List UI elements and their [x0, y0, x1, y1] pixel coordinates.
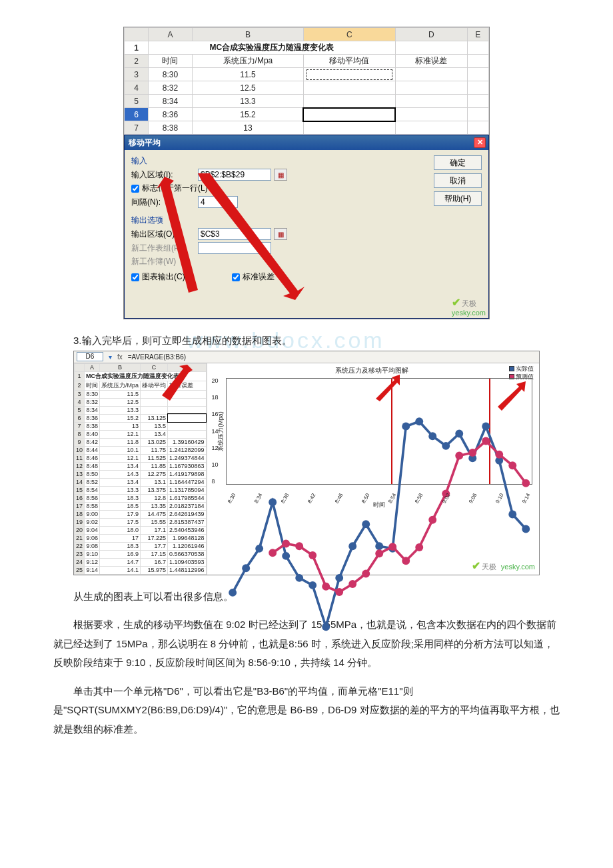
svg-point-37 — [402, 557, 410, 565]
row-hdr[interactable]: 7 — [125, 121, 149, 135]
svg-point-38 — [415, 543, 423, 551]
cell[interactable]: 8:30 — [149, 68, 193, 81]
svg-point-19 — [428, 432, 436, 440]
svg-point-44 — [495, 450, 503, 458]
cell[interactable]: 11.5 — [192, 68, 303, 81]
paragraph: 3.输入完毕后，则可立即生成相应的数据和图表。 — [53, 331, 560, 351]
row-hdr[interactable]: 4 — [125, 81, 149, 95]
output-range-label: 输出区域(O): — [131, 229, 198, 240]
svg-point-14 — [362, 520, 370, 528]
cell[interactable]: 15.2 — [192, 108, 303, 121]
svg-point-6 — [255, 544, 263, 552]
interval-label: 间隔(N): — [131, 197, 198, 208]
stderr-checkbox[interactable] — [232, 273, 240, 281]
cell[interactable]: 12.5 — [192, 81, 303, 95]
svg-point-32 — [335, 588, 343, 596]
new-workbook-label: 新工作簿(W) — [131, 256, 176, 267]
input-range-field[interactable] — [198, 169, 271, 181]
col-A[interactable]: A — [149, 28, 193, 41]
svg-point-8 — [282, 551, 290, 559]
name-box[interactable]: D6 — [77, 352, 103, 361]
input-section-label: 输入 — [131, 155, 482, 167]
svg-point-5 — [242, 564, 250, 572]
output-section-label: 输出选项 — [131, 215, 482, 226]
spreadsheet-2: ABCD1MC合成实验温度压力随温度变化表2时间系统压力/Mpa移动平均标准误差… — [74, 363, 207, 575]
stderr-label: 标准误差 — [243, 271, 275, 283]
chart-output-checkbox[interactable] — [131, 273, 139, 281]
paragraph: 单击其中一个单元格"D6"，可以看出它是"B3-B6"的平均值，而单元格"E11… — [53, 682, 560, 739]
ref-picker-icon[interactable]: ▦ — [274, 169, 287, 181]
col-C[interactable]: C — [303, 28, 395, 41]
svg-point-29 — [295, 542, 303, 550]
svg-point-12 — [335, 573, 343, 581]
row-hdr[interactable]: 1 — [125, 41, 149, 55]
new-sheet-label: 新工作表组(P): — [131, 243, 198, 254]
svg-point-26 — [522, 525, 530, 533]
svg-point-30 — [308, 551, 316, 559]
svg-point-18 — [415, 417, 423, 425]
cell[interactable]: 8:32 — [149, 81, 193, 95]
output-range-field[interactable] — [198, 228, 271, 240]
figure-2: D6 ▾ fx =AVERAGE(B3:B6) ABCD1MC合成实验温度压力随… — [73, 351, 540, 575]
svg-point-21 — [455, 429, 463, 437]
corner-cell[interactable] — [125, 28, 149, 41]
hdr-pressure: 系统压力/Mpa — [192, 55, 303, 68]
fx-icon[interactable]: fx — [117, 353, 123, 361]
chart-title: 系统压力及移动平均图解 — [210, 366, 534, 375]
cell[interactable]: 13.3 — [192, 95, 303, 108]
svg-point-34 — [362, 569, 370, 577]
selected-cell[interactable] — [303, 108, 395, 121]
col-D[interactable]: D — [395, 28, 467, 41]
svg-point-28 — [282, 539, 290, 547]
svg-point-45 — [508, 461, 516, 469]
figure-1: A B C D E 1 MC合成实验温度压力随温度变化表 2 时间 系统压力/M… — [123, 27, 490, 319]
row-hdr[interactable]: 2 — [125, 55, 149, 68]
close-icon[interactable]: ✕ — [474, 137, 486, 148]
interval-field[interactable] — [198, 196, 238, 208]
formula-bar[interactable]: =AVERAGE(B3:B6) — [128, 353, 186, 361]
svg-point-13 — [348, 542, 356, 550]
cell[interactable]: 8:38 — [149, 121, 193, 135]
cancel-button[interactable]: 取消 — [434, 173, 482, 188]
help-button[interactable]: 帮助(H) — [434, 191, 482, 206]
sheet-title: MC合成实验温度压力随温度变化表 — [149, 41, 396, 55]
ok-button[interactable]: 确定 — [434, 155, 482, 170]
cell[interactable]: 13 — [192, 121, 303, 135]
svg-point-39 — [428, 515, 436, 523]
row-hdr[interactable]: 3 — [125, 68, 149, 81]
yesky-logo: ✔天极 yesky.com — [452, 296, 486, 317]
hdr-stderr: 标准误差 — [395, 55, 467, 68]
svg-point-9 — [295, 573, 303, 581]
svg-point-33 — [348, 580, 356, 588]
first-row-label: 标志位于第一行(L) — [142, 183, 208, 194]
dialog-title: 移动平均 — [129, 137, 161, 149]
hdr-ma: 移动平均值 — [303, 55, 395, 68]
svg-point-41 — [455, 451, 463, 459]
svg-point-25 — [508, 510, 516, 518]
chart: 实际值 预测值 系统压力及移动平均图解 系统压力(Mpa) 时间 8101214… — [207, 363, 539, 575]
new-sheet-field — [198, 242, 271, 254]
svg-point-23 — [482, 422, 490, 430]
svg-point-31 — [322, 582, 330, 590]
row-hdr[interactable]: 6 — [125, 108, 149, 121]
svg-point-11 — [322, 623, 330, 631]
cell[interactable]: 8:36 — [149, 108, 193, 121]
row-hdr[interactable]: 5 — [125, 95, 149, 108]
col-E[interactable]: E — [467, 28, 488, 41]
yesky-logo: ✔天极 yesky.com — [472, 559, 535, 572]
cell[interactable]: 8:34 — [149, 95, 193, 108]
svg-point-36 — [388, 543, 396, 551]
moving-average-dialog: 移动平均 ✕ 确定 取消 帮助(H) 输入 输入区域(I): ▦ 标志位于第一行… — [124, 135, 489, 319]
hdr-time: 时间 — [149, 55, 193, 68]
svg-point-42 — [468, 448, 476, 456]
chart-plot: 系统压力(Mpa) 时间 81012141618208:308:348:388:… — [226, 378, 532, 485]
svg-point-10 — [308, 581, 316, 589]
first-row-checkbox[interactable] — [131, 185, 139, 193]
ref-picker-icon[interactable]: ▦ — [274, 228, 287, 240]
svg-point-43 — [482, 437, 490, 445]
spreadsheet-1: A B C D E 1 MC合成实验温度压力随温度变化表 2 时间 系统压力/M… — [124, 27, 489, 135]
col-B[interactable]: B — [192, 28, 303, 41]
chart-output-label: 图表输出(C) — [142, 271, 185, 283]
svg-point-4 — [229, 588, 237, 596]
svg-point-15 — [375, 542, 383, 550]
